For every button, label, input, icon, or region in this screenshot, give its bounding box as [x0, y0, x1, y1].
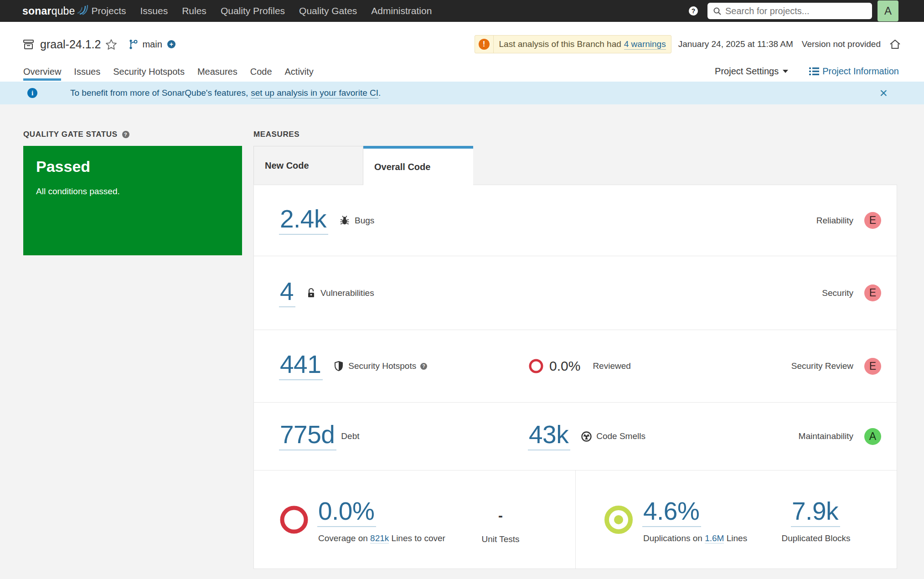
security-hotspots-help-icon[interactable]: ? — [420, 363, 427, 370]
lines-to-cover-link[interactable]: 821k — [370, 533, 389, 543]
add-branch-icon[interactable]: + — [167, 40, 176, 48]
duplications-caption-prefix: Duplications on — [643, 533, 702, 543]
quality-gate-heading: QUALITY GATE STATUS — [23, 130, 118, 139]
coverage-cell: 0.0% Coverage on 821k Lines to cover - U… — [254, 470, 576, 569]
reviewed-label: Reviewed — [593, 361, 630, 371]
ci-setup-banner: i To benefit from more of SonarQube's fe… — [0, 82, 924, 104]
nav-item-administration[interactable]: Administration — [371, 5, 432, 16]
maintainability-rating-badge: A — [864, 428, 881, 445]
search-placeholder: Search for projects... — [725, 6, 810, 16]
bugs-row: 2.4k Bugs Reliability E — [254, 185, 897, 256]
security-review-rating-badge: E — [864, 358, 881, 375]
warnings-link[interactable]: 4 warnings — [624, 39, 666, 50]
coverage-caption-prefix: Coverage on — [318, 533, 368, 543]
tab-code[interactable]: Code — [250, 67, 272, 81]
code-smells-icon — [581, 431, 592, 442]
bugs-count-link[interactable]: 2.4k — [279, 207, 328, 235]
avatar[interactable]: A — [878, 0, 898, 21]
coverage-ring-icon — [280, 506, 308, 534]
main-content: QUALITY GATE STATUS ? Passed All conditi… — [0, 104, 924, 579]
quality-gate-heading-row: QUALITY GATE STATUS ? — [23, 130, 242, 139]
debt-label: Debt — [341, 431, 359, 441]
duplicated-blocks-label: Duplicated Blocks — [781, 533, 850, 543]
project-settings-button[interactable]: Project Settings — [715, 66, 788, 77]
vulnerabilities-row: 4 Vulnerabilities Security E — [254, 256, 897, 330]
warning-banner: ! Last analysis of this Branch had 4 war… — [475, 35, 671, 53]
shield-icon — [334, 361, 344, 372]
help-icon[interactable]: ? — [689, 6, 698, 16]
tab-overall-code[interactable]: Overall Code — [363, 146, 473, 185]
nav-item-issues[interactable]: Issues — [140, 5, 168, 16]
banner-period: . — [378, 88, 381, 98]
warning-text: Last analysis of this Branch had — [499, 39, 621, 49]
home-icon[interactable] — [889, 38, 901, 50]
coverage-value-link[interactable]: 0.0% — [317, 499, 376, 527]
duplications-caption-suffix: Lines — [727, 533, 747, 543]
security-hotspots-row: 441 Security Hotspots ? 0.0% Reviewed Se… — [254, 330, 897, 403]
project-information-button[interactable]: Project Information — [809, 66, 899, 77]
lock-icon — [306, 288, 316, 299]
maintainability-label: Maintainability — [799, 431, 853, 441]
tab-activity[interactable]: Activity — [285, 67, 314, 81]
quality-gate-detail: All conditions passed. — [36, 186, 229, 196]
banner-ci-link[interactable]: set up analysis in your favorite CI — [251, 88, 378, 98]
quality-gate-status: Passed — [36, 158, 229, 176]
bugs-label: Bugs — [355, 216, 374, 226]
reviewed-ring-icon — [529, 359, 543, 373]
duplications-cell: 4.6% Duplications on 1.6M Lines 7.9k Dup… — [576, 470, 897, 569]
measures-footer: 0.0% Coverage on 821k Lines to cover - U… — [254, 470, 897, 569]
measures-panel: 2.4k Bugs Reliability E 4 Vulnerabilitie… — [253, 185, 897, 569]
project-tabs: Overview Issues Security Hotspots Measur… — [23, 67, 326, 81]
duplication-lines-link[interactable]: 1.6M — [705, 533, 724, 543]
duplicated-blocks-link[interactable]: 7.9k — [791, 499, 840, 527]
search-icon — [713, 7, 722, 16]
maintainability-row: 775d Debt 43k Code Smells Maintainabilit… — [254, 403, 897, 470]
top-navbar: sonarqube Projects Issues Rules Quality … — [0, 0, 924, 22]
reviewed-value: 0.0% — [549, 358, 580, 374]
list-icon — [809, 67, 819, 76]
logo-text-light: qube — [52, 5, 75, 17]
unit-tests-value: - — [498, 509, 503, 522]
debt-link[interactable]: 775d — [279, 422, 336, 450]
project-title: graal-24.1.2 — [40, 38, 101, 51]
coverage-caption-suffix: Lines to cover — [392, 533, 445, 543]
measures-heading: MEASURES — [253, 130, 299, 139]
nav-menu: Projects Issues Rules Quality Profiles Q… — [92, 5, 446, 16]
nav-item-rules[interactable]: Rules — [182, 5, 206, 16]
info-icon: i — [27, 88, 37, 98]
banner-text: To benefit from more of SonarQube's feat… — [70, 88, 248, 98]
star-icon[interactable] — [105, 39, 117, 50]
duplications-caption: Duplications on 1.6M Lines — [643, 533, 747, 543]
tab-issues[interactable]: Issues — [74, 67, 100, 81]
quality-gate-help-icon[interactable]: ? — [122, 131, 129, 138]
logo-text-bold: sonar — [22, 5, 52, 17]
code-smells-link[interactable]: 43k — [528, 422, 570, 450]
tab-security-hotspots[interactable]: Security Hotspots — [113, 67, 185, 81]
security-review-label: Security Review — [791, 361, 853, 371]
analysis-date: January 24, 2025 at 11:38 AM — [678, 39, 793, 49]
project-title-row: graal-24.1.2 main + ! Last analysis of t… — [0, 22, 924, 53]
quality-gate-status-card: Passed All conditions passed. — [23, 146, 242, 255]
code-smells-label: Code Smells — [596, 431, 645, 441]
nav-item-quality-gates[interactable]: Quality Gates — [299, 5, 357, 16]
sonarqube-logo[interactable]: sonarqube — [22, 5, 88, 17]
branch-name: main — [142, 39, 162, 50]
hotspots-count-link[interactable]: 441 — [279, 352, 323, 380]
duplications-value-link[interactable]: 4.6% — [642, 499, 701, 527]
tab-measures[interactable]: Measures — [197, 67, 237, 81]
duplicated-blocks-block: 7.9k Duplicated Blocks — [779, 496, 852, 543]
nav-item-projects[interactable]: Projects — [92, 5, 126, 16]
warning-icon-zone: ! — [475, 36, 494, 53]
project-settings-label: Project Settings — [715, 66, 779, 77]
nav-item-quality-profiles[interactable]: Quality Profiles — [221, 5, 285, 16]
chevron-down-icon — [783, 70, 788, 73]
project-header-actions: Project Settings Project Information — [715, 66, 899, 77]
coverage-caption: Coverage on 821k Lines to cover — [318, 533, 445, 543]
tab-overview[interactable]: Overview — [23, 67, 61, 81]
close-icon[interactable]: × — [879, 86, 888, 100]
warning-icon: ! — [479, 39, 490, 50]
search-input[interactable]: Search for projects... — [707, 3, 872, 19]
project-information-label: Project Information — [822, 66, 899, 77]
vulnerabilities-count-link[interactable]: 4 — [279, 279, 295, 307]
tab-new-code[interactable]: New Code — [253, 146, 363, 185]
